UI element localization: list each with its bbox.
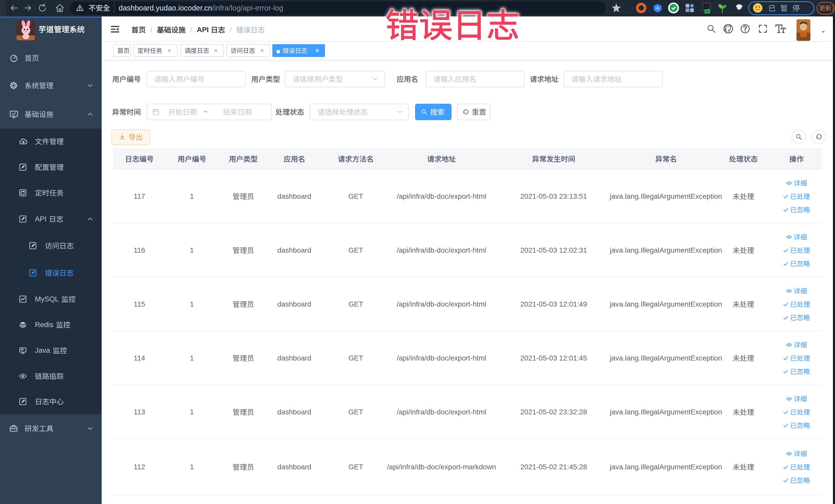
svg-text:on: on bbox=[705, 9, 709, 13]
